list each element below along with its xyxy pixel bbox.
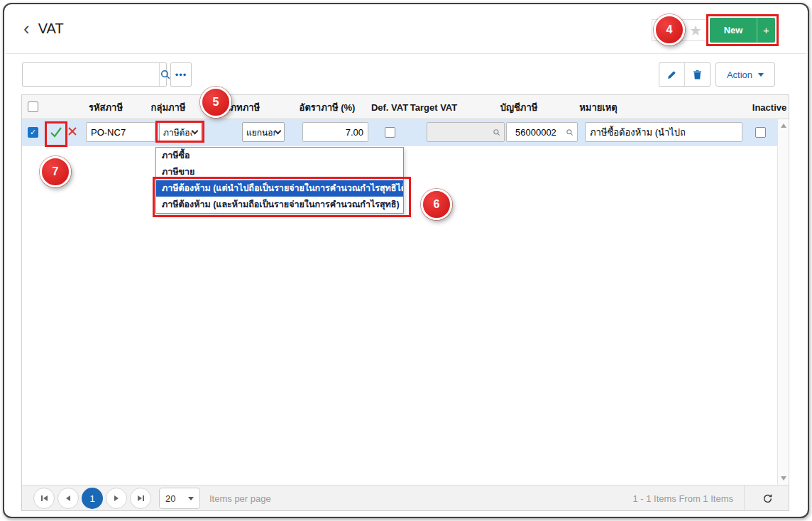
dropdown-option-prohibited-nondeductible[interactable]: ภาษีต้องห้าม (และห้ามถือเป็นรายจ่ายในการ… [156,197,403,213]
search-icon [160,69,171,80]
cross-icon [66,125,79,138]
column-header-tax-account[interactable]: บัญชีภาษี [500,95,538,119]
search-box [22,62,167,87]
column-header-note[interactable]: หมายเหตุ [579,95,618,119]
pagination-bar: 1 20 Items per page 1 - 1 Items From 1 I… [22,485,789,510]
back-chevron-icon[interactable]: ‹ [23,19,30,38]
first-page-icon [41,495,43,501]
chevron-down-icon [192,128,199,135]
column-header-tax-group[interactable]: กลุ่มภาษี [151,95,186,119]
next-page-button[interactable] [106,488,127,509]
action-label: Action [727,70,752,80]
items-per-page-label: Items per page [209,486,271,511]
first-page-button[interactable] [33,488,55,509]
callout-5: 5 [200,87,231,118]
star-icon: ★ [689,23,702,38]
column-header-def-vat[interactable]: Def. VAT [371,95,408,119]
annotation-rect-new: New + [706,14,779,46]
column-header-tax-code[interactable]: รหัสภาษี [89,95,123,119]
column-header-inactive[interactable]: Inactive [752,95,786,119]
page-size-select[interactable]: 20 [159,488,200,509]
search-input[interactable] [23,63,159,86]
callout-7: 7 [40,156,71,187]
pagination-summary: 1 - 1 Items From 1 Items [632,486,733,511]
delete-button[interactable] [684,63,710,86]
search-icon [566,128,574,137]
scroll-down-icon[interactable] [781,476,786,481]
table-row[interactable]: ภาษีต้องห้ แยกนอก [22,119,777,146]
tax-type-select[interactable]: แยกนอก [242,122,285,142]
chevron-down-icon [188,497,194,500]
chevron-down-icon [275,128,282,135]
edit-pencil-icon [666,70,677,80]
prev-page-icon [66,495,70,501]
refresh-icon [762,493,774,505]
scroll-up-icon[interactable] [781,124,786,128]
inactive-checkbox[interactable] [755,127,766,138]
check-icon [49,125,63,139]
row-confirm-button[interactable] [49,125,63,142]
dropdown-option-purchase-tax[interactable]: ภาษีซื้อ [156,148,403,164]
more-options-button[interactable]: ••• [170,62,192,87]
plus-icon[interactable]: + [757,18,775,43]
tax-rate-input[interactable] [302,122,368,142]
more-options-icon: ••• [175,70,187,80]
note-input[interactable] [585,122,742,142]
row-tools-group [659,62,710,87]
last-page-button[interactable] [130,488,151,509]
dropdown-option-prohibited-deductible[interactable]: ภาษีต้องห้าม (แต่นำไปถือเป็นรายจ่ายในการ… [156,180,403,197]
callout-4: 4 [654,14,685,45]
delete-trash-icon [692,70,703,80]
edit-button[interactable] [659,63,684,86]
next-page-icon [114,495,119,501]
new-button[interactable]: New + [710,18,775,43]
callout-6: 6 [421,189,452,220]
tax-account-input[interactable] [511,127,566,138]
row-cancel-button[interactable] [66,125,79,141]
page-header: ‹ VAT [23,19,64,38]
vat-table: รหัสภาษี กลุ่มภาษี ประเภทภาษี อัตราภาษี … [21,94,789,511]
row-select-checkbox[interactable] [28,127,38,138]
def-vat-checkbox[interactable] [385,127,395,138]
column-header-tax-rate[interactable]: อัตราภาษี (%) [300,95,356,119]
pagination-divider [744,486,745,510]
refresh-button[interactable] [760,491,774,505]
select-all-checkbox[interactable] [28,102,38,112]
last-page-icon [138,495,142,501]
tax-type-value: แยกนอก [246,126,275,139]
target-vat-lookup[interactable] [427,122,505,142]
tax-account-lookup[interactable] [506,122,578,142]
page-title: VAT [38,21,64,37]
chevron-down-icon [758,73,764,77]
prev-page-button[interactable] [57,488,79,509]
dropdown-option-sales-tax[interactable]: ภาษีขาย [156,164,403,180]
tax-group-dropdown-list: ภาษีซื้อ ภาษีขาย ภาษีต้องห้าม (แต่นำไปถื… [155,147,404,214]
column-header-target-vat[interactable]: Target VAT [410,95,457,119]
target-vat-input[interactable] [432,127,493,138]
vertical-scrollbar[interactable] [777,119,788,485]
tax-group-select[interactable]: ภาษีต้องห้ [159,122,202,142]
current-page-button[interactable]: 1 [82,488,103,509]
tax-group-value: ภาษีต้องห้ [163,126,192,139]
table-header-row: รหัสภาษี กลุ่มภาษี ประเภทภาษี อัตราภาษี … [22,95,789,119]
action-dropdown-button[interactable]: Action [715,62,775,87]
page-size-value: 20 [165,493,175,504]
tax-code-input[interactable] [86,122,155,142]
search-button[interactable] [159,63,171,86]
new-button-label[interactable]: New [710,18,757,43]
header-divider [6,53,806,54]
search-icon [493,128,500,137]
